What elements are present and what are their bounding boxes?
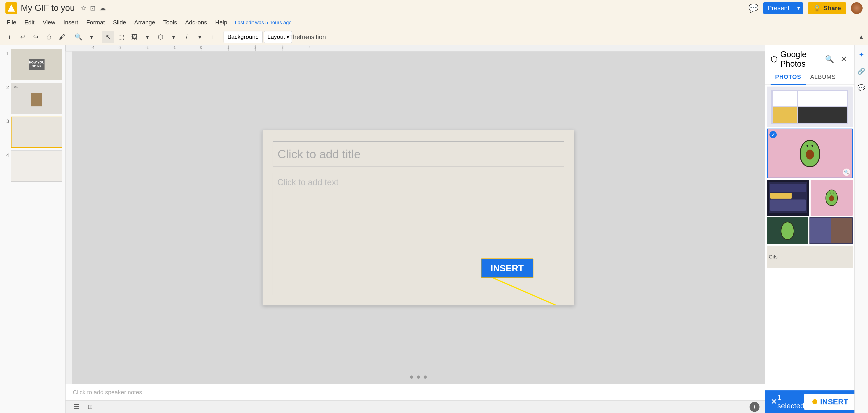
slide1-content: HOW YOUDOIN? [11, 49, 62, 80]
zoom-dropdown[interactable]: ▾ [86, 31, 97, 43]
slide-thumbnail-1[interactable]: 1 HOW YOUDOIN? [3, 49, 63, 80]
collapse-toolbar-button[interactable]: ▲ [858, 33, 864, 41]
photo-thumb-misc-2[interactable] [809, 217, 852, 244]
share-button[interactable]: 🔒 Share [808, 2, 846, 14]
link-icon[interactable]: 🔗 [855, 65, 868, 77]
photo-row-2: 🔍 [767, 129, 852, 178]
shape-dropdown[interactable]: ▾ [168, 31, 180, 43]
cloud-save-icon[interactable]: ☁ [99, 4, 106, 12]
insert-button-on-slide[interactable]: INSERT [481, 258, 533, 278]
slide-thumbnail-4[interactable]: 4 [3, 151, 63, 182]
slideshow-view-button[interactable]: ☰ [71, 401, 82, 412]
slide-canvas-wrapper[interactable]: Click to add title Click to add text INS… [72, 52, 765, 384]
avocado-small-eye-r [833, 192, 834, 194]
selection-close-button[interactable]: ✕ [771, 397, 777, 407]
zoom-button[interactable]: 🔍 [72, 31, 84, 43]
avocado-preview-small [811, 180, 853, 216]
tab-albums[interactable]: ALBUMS [806, 70, 840, 84]
slide-preview-1[interactable]: HOW YOUDOIN? [11, 49, 62, 80]
undo-button[interactable]: ↩ [17, 31, 29, 43]
photo-thumb-gifs[interactable]: Gifs [767, 246, 852, 268]
insert-selected-button[interactable]: INSERT [804, 394, 857, 410]
menu-addons[interactable]: Add-ons [182, 18, 210, 27]
add-slide-button[interactable]: + [749, 402, 760, 412]
layout-dropdown[interactable]: Layout ▾ [264, 31, 292, 43]
format-paint-button[interactable]: 🖌 [56, 31, 68, 43]
title-icons: ☆ ⊡ ☁ [80, 4, 106, 12]
slide1-image: HOW YOUDOIN? [29, 59, 44, 70]
slide-preview-3[interactable] [11, 117, 62, 148]
line-dropdown[interactable]: ▾ [194, 31, 206, 43]
panel-close-button[interactable]: ✕ [839, 53, 849, 66]
photo-thumb-screenshot-1[interactable] [767, 87, 852, 127]
print-button[interactable]: ⎙ [43, 31, 55, 43]
layout-dropdown-arrow: ▾ [286, 33, 289, 40]
speaker-notes[interactable]: Click to add speaker notes [66, 384, 765, 400]
slide-preview-4[interactable] [11, 151, 62, 182]
misc-preview-2 [809, 217, 852, 244]
menu-view[interactable]: View [39, 18, 59, 27]
slide-canvas[interactable]: Click to add title Click to add text INS… [262, 130, 575, 306]
slide-thumbnail-3[interactable]: 3 [3, 117, 63, 148]
panel-search-button[interactable]: 🔍 [823, 53, 836, 65]
slide-thumbnail-2[interactable]: 2 Gifs [3, 83, 63, 114]
menu-format[interactable]: Format [83, 18, 108, 27]
slide3-content [11, 117, 62, 147]
user-avatar[interactable] [851, 2, 863, 14]
menu-insert[interactable]: Insert [60, 18, 81, 27]
select-tool[interactable]: ⬚ [115, 31, 127, 43]
photo-thumb-screenshot-2[interactable] [767, 180, 809, 216]
menu-file[interactable]: File [4, 18, 20, 27]
add-tool[interactable]: + [207, 31, 219, 43]
panel-tabs: PHOTOS ALBUMS [765, 70, 855, 85]
speaker-notes-placeholder: Click to add speaker notes [73, 389, 142, 396]
tab-photos[interactable]: PHOTOS [771, 70, 806, 85]
misc-preview-1 [767, 217, 808, 244]
line-tool[interactable]: / [181, 31, 193, 43]
grid-view-button[interactable]: ⊞ [85, 401, 95, 412]
layout-label: Layout [268, 33, 285, 40]
slide-preview-2[interactable]: Gifs [11, 83, 62, 114]
app-logo [8, 4, 15, 12]
transition-button[interactable]: Transition [306, 31, 318, 43]
present-dropdown-arrow[interactable]: ▾ [794, 2, 803, 14]
last-edit-info: Last edit was 5 hours ago [235, 20, 291, 26]
add-button[interactable]: + [4, 31, 16, 43]
top-right-controls: 💬 Present ▾ 🔒 Share [748, 2, 863, 14]
separator-2 [100, 33, 100, 41]
insert-label: INSERT [820, 398, 848, 406]
slide-title-box[interactable]: Click to add title [273, 141, 564, 167]
google-photos-logo: ⬡ [771, 55, 778, 64]
menu-help[interactable]: Help [212, 18, 230, 27]
photo-thumb-avocado[interactable]: 🔍 [767, 129, 852, 178]
menu-tools[interactable]: Tools [160, 18, 180, 27]
avocado-small-eyes [830, 192, 834, 194]
present-button[interactable]: Present ▾ [763, 2, 803, 14]
slide-panel: 1 HOW YOUDOIN? 2 Gifs [0, 45, 66, 413]
menu-edit[interactable]: Edit [21, 18, 38, 27]
background-button[interactable]: Background [223, 31, 263, 43]
toolbar: + ↩ ↪ ⎙ 🖌 🔍 ▾ ↖ ⬚ 🖼 ▾ ⬡ ▾ / ▾ + Backgrou… [0, 29, 868, 45]
image-dropdown[interactable]: ▾ [142, 31, 153, 43]
image-tool[interactable]: 🖼 [128, 31, 140, 43]
shape-tool[interactable]: ⬡ [155, 31, 166, 43]
explore-icon[interactable]: ✦ [857, 49, 866, 61]
nav-dot-prev [410, 376, 413, 379]
photo-thumb-avocado-small[interactable] [811, 180, 853, 216]
cursor-tool[interactable]: ↖ [102, 31, 114, 43]
present-label: Present [763, 4, 794, 12]
comment-icon[interactable]: 💬 [855, 82, 868, 94]
separator-1 [70, 33, 70, 41]
menu-slide[interactable]: Slide [110, 18, 129, 27]
photo-row-1 [767, 87, 852, 127]
avocado-eyes [807, 145, 813, 147]
star-icon[interactable]: ☆ [80, 4, 86, 12]
slides-history-icon[interactable]: ⊡ [90, 4, 96, 12]
chat-icon[interactable]: 💬 [748, 3, 758, 13]
magnify-icon[interactable]: 🔍 [843, 168, 850, 176]
menu-arrange[interactable]: Arrange [131, 18, 158, 27]
slide-body-placeholder: Click to add text [277, 178, 338, 187]
redo-button[interactable]: ↪ [30, 31, 41, 43]
photo-thumb-misc-1[interactable] [767, 217, 808, 244]
screenshot-preview-2 [767, 180, 809, 216]
